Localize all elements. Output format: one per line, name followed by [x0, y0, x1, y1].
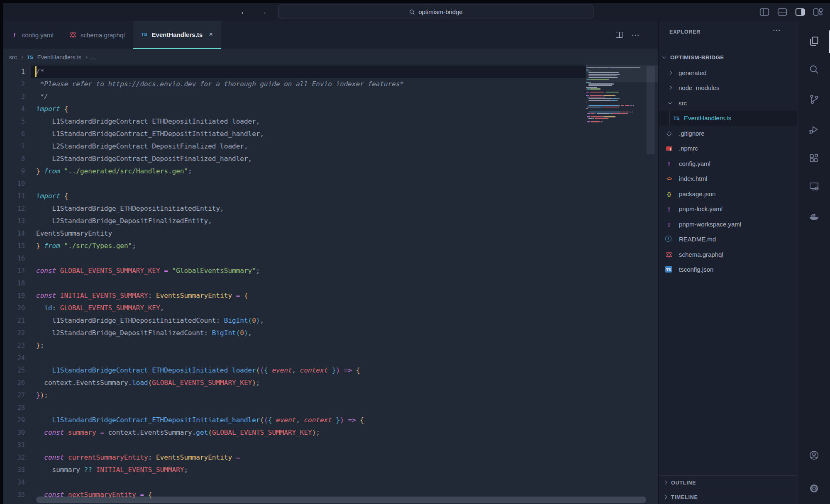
- code-line[interactable]: 30 const summary = context.EventsSummary…: [3, 426, 658, 439]
- minimap-line: [587, 107, 600, 107]
- breadcrumb-segment[interactable]: src: [9, 54, 17, 61]
- code-line[interactable]: 28: [3, 402, 658, 414]
- minimap-line: [587, 79, 590, 80]
- source-control-icon[interactable]: [807, 93, 821, 107]
- minimap-line: [618, 72, 619, 73]
- minimap[interactable]: [586, 66, 648, 504]
- more-actions-icon[interactable]: ···: [632, 32, 640, 39]
- command-center-search[interactable]: optimism-bridge: [278, 5, 593, 19]
- code-line[interactable]: 4import {: [3, 103, 658, 115]
- close-icon[interactable]: ×: [209, 30, 213, 39]
- json-icon: {}: [665, 190, 673, 198]
- breadcrumb-segment[interactable]: EventHandlers.ts: [37, 54, 82, 61]
- remote-explorer-icon[interactable]: [807, 180, 821, 194]
- tree-item-pnpm-lock.yaml[interactable]: !pnpm-lock.yaml: [659, 202, 798, 217]
- tree-item-.npmrc[interactable]: .npmrc: [659, 141, 798, 156]
- horizontal-scrollbar[interactable]: [36, 497, 646, 503]
- code-line[interactable]: 7 L2StandardBridgeContract_DepositFinali…: [3, 140, 658, 153]
- code-line[interactable]: 15} from "./src/Types.gen";: [3, 240, 658, 252]
- breadcrumb-separator-icon: [85, 56, 88, 58]
- minimap-line: [587, 121, 590, 122]
- code-line[interactable]: 20 id: GLOBAL_EVENTS_SUMMARY_KEY,: [3, 302, 658, 314]
- code-line[interactable]: 24: [3, 352, 658, 364]
- split-editor-icon[interactable]: [616, 32, 623, 38]
- code-line[interactable]: 26 context.EventsSummary.load(GLOBAL_EVE…: [3, 377, 658, 389]
- typescript-icon: TS: [673, 114, 680, 122]
- tree-item-node-modules[interactable]: node_modules: [659, 80, 798, 95]
- code-line[interactable]: 25 L1StandardBridgeContract_ETHDepositIn…: [3, 364, 658, 377]
- explorer-more-actions-icon[interactable]: ···: [773, 27, 781, 34]
- tree-item-.gitignore[interactable]: .gitignore: [659, 126, 798, 141]
- code-line[interactable]: 5 L1StandardBridgeContract_ETHDepositIni…: [3, 115, 658, 128]
- code-line[interactable]: 11import {: [3, 190, 658, 202]
- code-line[interactable]: 31: [3, 439, 658, 451]
- layout-sidebar-right-icon[interactable]: [795, 7, 806, 17]
- layout-sidebar-left-icon[interactable]: [759, 7, 770, 17]
- line-number: 3: [3, 90, 25, 103]
- code-line[interactable]: 27});: [3, 389, 658, 402]
- code-line[interactable]: 33 summary ?? INITIAL_EVENTS_SUMMARY;: [3, 464, 658, 476]
- current-line-highlight: [31, 66, 586, 78]
- tab-EventHandlers.ts[interactable]: TSEventHandlers.ts×: [133, 21, 221, 49]
- tree-label: tsconfig.json: [679, 262, 713, 277]
- section-timeline[interactable]: TIMELINE: [659, 490, 798, 504]
- account-icon[interactable]: [807, 448, 821, 463]
- code-line[interactable]: 16: [3, 252, 658, 265]
- code-line[interactable]: 23};: [3, 339, 658, 352]
- code-line[interactable]: 17const GLOBAL_EVENTS_SUMMARY_KEY = "Glo…: [3, 265, 658, 277]
- yaml-icon: !: [11, 31, 18, 39]
- code-line[interactable]: 21 l1StandardBridge_ETHDepositInitiatedC…: [3, 314, 658, 327]
- tree-item-pnpm-workspace.yaml[interactable]: !pnpm-workspace.yaml: [659, 217, 798, 232]
- code-line[interactable]: 8 L2StandardBridgeContract_DepositFinali…: [3, 153, 658, 165]
- code-line[interactable]: 34: [3, 476, 658, 489]
- tab-config.yaml[interactable]: !config.yaml: [3, 21, 62, 49]
- code-line[interactable]: 2 *Please refer to https://docs.envio.de…: [3, 78, 658, 90]
- layout-customize-icon[interactable]: [813, 7, 823, 17]
- tree-label: README.md: [679, 232, 716, 247]
- layout-panel-bottom-icon[interactable]: [777, 7, 788, 17]
- tree-item-generated[interactable]: generated: [659, 66, 798, 80]
- tree-item-src[interactable]: src: [659, 96, 798, 111]
- nav-forward-icon[interactable]: →: [259, 6, 267, 17]
- tree-item-tsconfig.json[interactable]: TStsconfig.json: [659, 262, 798, 277]
- vertical-scrollbar[interactable]: [647, 66, 655, 154]
- minimap-line: [603, 121, 603, 122]
- code-line[interactable]: 1/*: [3, 66, 658, 78]
- tree-item-index.html[interactable]: <>index.html: [659, 171, 798, 186]
- breadcrumb-segment[interactable]: ...: [91, 54, 96, 61]
- code-line[interactable]: 3 */: [3, 90, 658, 103]
- tree-item-package.json[interactable]: {}package.json: [659, 187, 798, 202]
- run-debug-icon[interactable]: [807, 123, 821, 137]
- tree-item-EventHandlers.ts[interactable]: TSEventHandlers.ts: [659, 111, 798, 126]
- code-line[interactable]: 29 L1StandardBridgeContract_ETHDepositIn…: [3, 414, 658, 426]
- extensions-icon[interactable]: [807, 152, 821, 166]
- tree-item-README.md[interactable]: iREADME.md: [659, 232, 798, 247]
- code-editor[interactable]: srcTSEventHandlers.ts... 1/*2 *Please re…: [3, 49, 658, 504]
- nav-back-icon[interactable]: ←: [240, 6, 248, 17]
- section-outline[interactable]: OUTLINE: [659, 475, 798, 490]
- code-line[interactable]: 13 L2StandardBridge_DepositFinalizedEnti…: [3, 215, 658, 227]
- breadcrumb[interactable]: srcTSEventHandlers.ts...: [9, 49, 96, 66]
- settings-gear-icon[interactable]: [807, 482, 821, 496]
- code-line[interactable]: 14EventsSummaryEntity: [3, 227, 658, 240]
- code-line[interactable]: 18: [3, 277, 658, 290]
- code-area[interactable]: 1/*2 *Please refer to https://docs.envio…: [3, 66, 658, 504]
- explorer-files-icon[interactable]: [807, 34, 821, 49]
- code-line[interactable]: 12 L1StandardBridge_ETHDepositInitiatedE…: [3, 202, 658, 215]
- code-line[interactable]: 32 const currentSummaryEntity: EventsSum…: [3, 451, 658, 464]
- search-icon[interactable]: [807, 63, 821, 77]
- tab-schema.graphql[interactable]: schema.graphql: [62, 21, 133, 49]
- tree-item-config.yaml[interactable]: !config.yaml: [659, 156, 798, 171]
- code-text: EventsSummaryEntity: [36, 227, 112, 240]
- code-text: id: GLOBAL_EVENTS_SUMMARY_KEY,: [36, 302, 164, 314]
- tree-item-schema.graphql[interactable]: schema.graphql: [659, 247, 798, 262]
- tree-item-OPTIMISM-BRIDGE[interactable]: OPTIMISM-BRIDGE: [659, 50, 798, 65]
- code-line[interactable]: 19const INITIAL_EVENTS_SUMMARY: EventsSu…: [3, 290, 658, 302]
- code-line[interactable]: 9} from "../generated/src/Handlers.gen";: [3, 165, 658, 178]
- docker-icon[interactable]: [807, 209, 821, 224]
- code-line[interactable]: 10: [3, 178, 658, 190]
- code-line[interactable]: 6 L1StandardBridgeContract_ETHDepositIni…: [3, 128, 658, 140]
- minimap-line: [631, 105, 632, 106]
- minimap-line: [590, 88, 600, 89]
- code-line[interactable]: 22 l2StandardBridge_DepositFinalizedCoun…: [3, 327, 658, 339]
